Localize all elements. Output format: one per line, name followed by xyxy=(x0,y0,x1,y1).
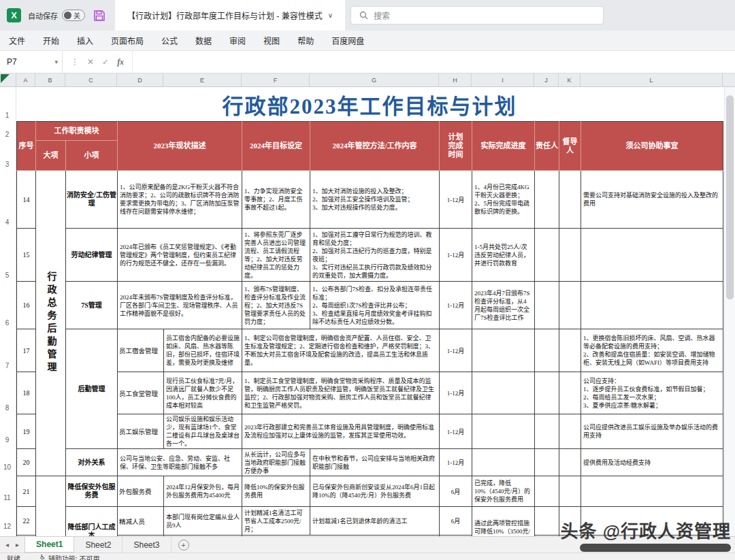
cell-sub-item[interactable]: 外包服务费 xyxy=(118,476,164,507)
cell-progress[interactable]: 通过此两项管控措施可降低10%（3500元/月）的人工成本 xyxy=(472,507,535,537)
tab-sheet2[interactable]: Sheet2 xyxy=(74,537,122,553)
row-header-8[interactable]: 8 xyxy=(0,404,14,412)
autosave-toggle[interactable]: 关 xyxy=(62,10,85,21)
menu-baidu-netdisk[interactable]: 百度网盘 xyxy=(323,35,373,46)
cell-supervisor[interactable] xyxy=(559,372,581,414)
cell-seq[interactable]: 15 xyxy=(17,229,36,282)
cell-progress[interactable] xyxy=(472,329,535,372)
cell-time[interactable]: 1-12月 xyxy=(440,372,472,414)
column-header-g[interactable]: G xyxy=(310,73,439,86)
column-header-b[interactable]: B xyxy=(35,73,65,86)
cell-assist[interactable] xyxy=(581,229,723,282)
cell-control[interactable]: 1、加大对消防设施的投入及整改； 2、加强对员工安全操作培训及监管； 3、加大对… xyxy=(310,171,440,229)
chevron-down-icon[interactable]: ∨ xyxy=(328,12,333,19)
cell-target[interactable]: 1、力争实现消防安全零事故；2、月度工伤事故不超过1起。 xyxy=(242,171,310,229)
cell-assist[interactable]: 提供费用及活动经费支持 xyxy=(581,449,723,476)
cell-time[interactable]: 1-12月 xyxy=(440,171,472,229)
header-owner[interactable]: 责任人 xyxy=(535,122,559,171)
cell-target[interactable]: 降低10%的保安外包服务费用 xyxy=(242,476,310,507)
menu-review[interactable]: 审阅 xyxy=(220,35,255,46)
header-major[interactable]: 大项 xyxy=(36,141,66,171)
cell-sub-item[interactable]: 精减人员 xyxy=(118,507,164,536)
excel-logo-icon[interactable]: X xyxy=(7,8,21,22)
cell-major-category[interactable]: 行政总务后勤管理 xyxy=(36,171,66,476)
cell-minor-item[interactable]: 对外关系 xyxy=(66,449,118,476)
name-box[interactable]: P7 ▾ xyxy=(0,51,63,73)
cell-owner[interactable] xyxy=(535,171,559,229)
cell-assist[interactable] xyxy=(581,507,723,536)
cell-seq[interactable]: 19 xyxy=(17,414,36,449)
header-target-2024[interactable]: 2024年目标设定 xyxy=(242,122,310,171)
header-module[interactable]: 工作职责模块 xyxy=(36,122,118,141)
cell-time[interactable]: 1-12月 xyxy=(440,229,472,282)
cell-control[interactable]: 1、加强对员工遵守日常行为规范的培训、教育和惩处力度； 2、加强对员工违纪行为的… xyxy=(310,229,440,282)
cell-seq[interactable]: 14 xyxy=(17,171,36,229)
cell-target[interactable]: 计划精减1名清洁工可节省人工成本2500元/月； xyxy=(242,507,310,536)
row-header-12[interactable]: 12 xyxy=(0,523,14,531)
column-header-l[interactable]: L xyxy=(581,73,723,86)
dots-icon[interactable]: ⋮ xyxy=(71,57,79,67)
cell-status[interactable]: 员工宿舍内配备的必要设施如床、风扇、热水器等陈旧，部份已损坏，住宿环境差，需要及… xyxy=(164,329,242,372)
row-header-7[interactable]: 7 xyxy=(0,362,14,370)
cell-progress[interactable]: 已完成，降低10%（4540元/月）的保安外包服务费用 xyxy=(472,476,535,507)
cell-progress[interactable] xyxy=(472,449,535,476)
cell-assist[interactable] xyxy=(581,476,723,507)
column-header-f[interactable]: F xyxy=(242,73,310,86)
row-header-2[interactable]: 2 xyxy=(0,131,14,139)
cell-status[interactable]: 2024年未颁布7S管理制度及检查评分标准，厂区各部门/车间卫生、现场管理秩序、… xyxy=(118,282,242,329)
row-header-10[interactable]: 10 xyxy=(0,463,14,472)
cell-supervisor[interactable] xyxy=(559,329,581,372)
sheet-next-icon[interactable]: ▸ xyxy=(16,541,19,548)
header-control-method[interactable]: 2024年管控方法/工作内容 xyxy=(310,122,440,171)
cell-sub-item[interactable]: 员工娱乐管理 xyxy=(118,414,164,449)
menu-view[interactable]: 视图 xyxy=(255,35,289,46)
menu-data[interactable]: 数据 xyxy=(186,35,220,46)
cell-minor-item[interactable]: 后勤管理 xyxy=(66,329,118,449)
cell-owner[interactable] xyxy=(535,229,559,282)
cell-status[interactable]: 公司与当地公安、应急、劳动、安监、社保、环保、卫生等职能部门接触不多 xyxy=(118,449,242,476)
cell-owner[interactable] xyxy=(535,329,559,372)
cell-owner[interactable] xyxy=(535,414,559,449)
column-header-h[interactable]: H xyxy=(439,73,472,86)
cell-assist[interactable] xyxy=(581,282,723,329)
cell-supervisor[interactable] xyxy=(559,171,581,229)
cell-status[interactable]: 2024年12月保安外包，每月外包服务费用为45400元 xyxy=(164,476,242,507)
cell-assist[interactable]: 需要公司支持对基础消防安全设施的投入及整改的费用 xyxy=(581,171,723,229)
cell-supervisor[interactable] xyxy=(559,449,581,476)
cell-seq[interactable]: 20 xyxy=(17,449,36,476)
cell-control[interactable]: 在中秋节和春节，公司应安排与当地相关政府职能部门接触 xyxy=(310,449,440,476)
cell-assist[interactable]: 公司应支持： 1、逐步提升员工伙食费标准，如节假日加餐； 2、每周给员工发一次水… xyxy=(581,372,723,414)
cell-target[interactable]: 从长远计，公司应多与当地政府职能部门接触方便办事 xyxy=(242,449,310,476)
cell-supervisor[interactable] xyxy=(559,282,581,329)
cell-owner[interactable] xyxy=(535,507,559,536)
cell-status[interactable]: 1、公司原来配备的是2KG干粉灭火器不符合消防要求；2、公司的疏散标识牌不符合消… xyxy=(118,171,242,229)
cell-minor-item[interactable]: 降低保安外包服务费 xyxy=(66,476,118,507)
cell-sub-item[interactable]: 员工宿舍管理 xyxy=(118,329,164,372)
cell-time[interactable]: 6月 xyxy=(440,476,472,507)
save-icon[interactable] xyxy=(93,10,105,22)
menu-help[interactable]: 帮助 xyxy=(289,35,323,46)
cell-owner[interactable] xyxy=(535,449,559,476)
cell-time[interactable]: 1-12月 xyxy=(440,414,472,449)
cell-time[interactable]: 1-12月 xyxy=(440,449,472,476)
cell-seq[interactable]: 17 xyxy=(17,329,36,372)
cell-supervisor[interactable] xyxy=(559,414,581,449)
column-header-j[interactable]: J xyxy=(534,73,559,86)
cell-assist[interactable]: 公司应提供改进员工娱乐设施及举办娱乐活动的费用支持 xyxy=(581,414,723,449)
cell-time[interactable]: 1-12月 xyxy=(440,282,472,329)
cell-control[interactable]: 已与保安外包商新创安谈妥从2024年6月1日起降10%的（降4540元/月）外包… xyxy=(310,476,440,507)
cell-control[interactable]: 1、公布各部门7S检查、扣分及承担连带责任标准； 2、每周组织1次7S检查评比并… xyxy=(310,282,440,329)
menu-insert[interactable]: 插入 xyxy=(68,35,102,46)
header-minor[interactable]: 小项 xyxy=(66,141,118,171)
header-supervisor[interactable]: 督导人 xyxy=(559,122,581,171)
menu-formulas[interactable]: 公式 xyxy=(152,35,186,46)
row-header-6[interactable]: 6 xyxy=(0,319,14,327)
cell-control[interactable]: 计划裁减1名已到退休年龄的清洁工 xyxy=(310,507,440,536)
cell-supervisor[interactable] xyxy=(559,476,581,507)
search-input[interactable]: 搜索 xyxy=(350,6,604,24)
cell-owner[interactable] xyxy=(535,282,559,329)
cell-status[interactable]: 本部门现有岗位定编从业人员9人 xyxy=(164,507,242,536)
select-all-corner[interactable] xyxy=(0,73,16,86)
tab-sheet3[interactable]: Sheet3 xyxy=(122,537,171,553)
cell-sub-item[interactable]: 员工食堂管理 xyxy=(118,372,164,414)
